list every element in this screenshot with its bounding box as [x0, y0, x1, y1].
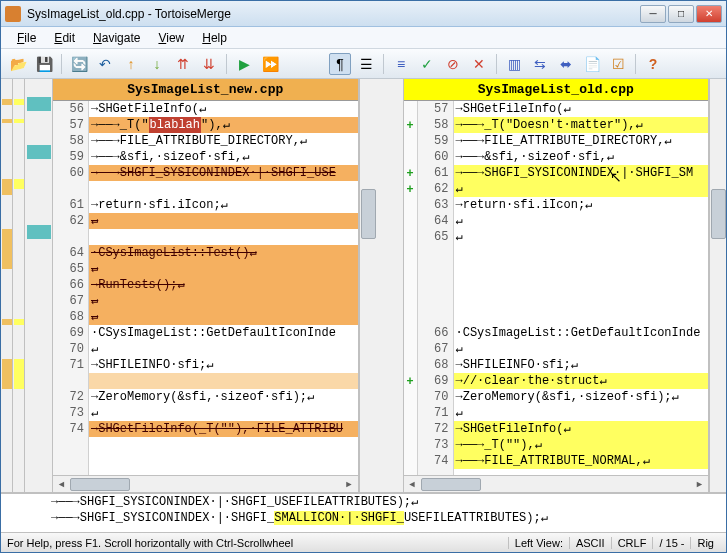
code-line[interactable]: ↵ [89, 309, 358, 325]
code-line[interactable]: →//·clear·the·struct↵ [454, 373, 709, 389]
use-theirs-button[interactable]: ✓ [416, 53, 438, 75]
code-line[interactable]: →SHGetFileInfo(↵ [454, 421, 709, 437]
code-line[interactable]: →——→&sfi,·sizeof·sfi,↵ [454, 149, 709, 165]
code-line[interactable]: →SHGetFileInfo(↵ [89, 101, 358, 117]
prev-diff-button[interactable]: ↑ [120, 53, 142, 75]
scroll-thumb[interactable] [361, 189, 376, 239]
code-line[interactable]: →——→SHGFI_SYSICONINDEX·|·SHGFI_SM [454, 165, 709, 181]
code-line[interactable]: →——→&sfi,·sizeof·sfi,↵ [89, 149, 358, 165]
menubar: File Edit Navigate View Help [1, 27, 726, 49]
code-line[interactable] [89, 373, 358, 389]
compare-ws-button[interactable]: 📄 [581, 53, 603, 75]
left-code[interactable]: →SHGetFileInfo(↵→——→_T("blablah"),↵→——→F… [89, 101, 358, 475]
code-line[interactable]: →return·sfi.iIcon;↵ [89, 197, 358, 213]
next-inline-button[interactable]: ▶ [233, 53, 255, 75]
right-hscroll[interactable]: ◄ ► [404, 475, 709, 492]
code-line[interactable]: →——→_T(""),↵ [454, 437, 709, 453]
code-line[interactable] [454, 245, 709, 261]
titlebar[interactable]: SysImageList_old.cpp - TortoiseMerge ─ □… [1, 1, 726, 27]
right-code[interactable]: →SHGetFileInfo(↵→——→_T("Doesn't·matter")… [454, 101, 709, 475]
code-line[interactable] [454, 277, 709, 293]
code-line[interactable] [89, 181, 358, 197]
right-pane-body[interactable]: ++++ 57585960616263646566676869707172737… [404, 101, 709, 475]
code-line[interactable]: →SHFILEINFO·sfi;↵ [89, 357, 358, 373]
code-line[interactable]: →——→FILE_ATTRIBUTE_NORMAL,↵ [454, 453, 709, 469]
code-line[interactable]: ↵ [454, 405, 709, 421]
code-line[interactable]: →SHGetFileInfo(_T(""),·FILE_ATTRIBU [89, 421, 358, 437]
code-line[interactable]: ·CSysImageList::GetDefaultIconInde [454, 325, 709, 341]
menu-file[interactable]: File [9, 29, 44, 47]
bottom-pane[interactable]: →——→SHGFI_SYSICONINDEX·|·SHGFI_USEFILEAT… [1, 492, 726, 532]
collapse-button[interactable]: ⬌ [555, 53, 577, 75]
undo-button[interactable]: ↶ [94, 53, 116, 75]
code-line[interactable]: →——→FILE_ATTRIBUTE_DIRECTORY,↵ [454, 133, 709, 149]
lines-button[interactable]: ≡ [390, 53, 412, 75]
left-hscroll[interactable]: ◄ ► [53, 475, 358, 492]
maximize-button[interactable]: □ [668, 5, 694, 23]
code-line[interactable]: ↵ [89, 261, 358, 277]
next-conflict-button[interactable]: ⇊ [198, 53, 220, 75]
menu-edit[interactable]: Edit [46, 29, 83, 47]
menu-help[interactable]: Help [194, 29, 235, 47]
close-button[interactable]: ✕ [696, 5, 722, 23]
code-line[interactable]: ↵ [89, 405, 358, 421]
scroll-right-icon[interactable]: ► [691, 477, 708, 492]
scroll-right-icon[interactable]: ► [341, 477, 358, 492]
menu-navigate[interactable]: Navigate [85, 29, 148, 47]
code-line[interactable]: ↵ [454, 341, 709, 357]
open-button[interactable]: 📂 [7, 53, 29, 75]
left-pane-body[interactable]: 565758596061626465666768697071727374 →SH… [53, 101, 358, 475]
code-line[interactable]: ↵ [89, 213, 358, 229]
switch-button[interactable]: ⇆ [529, 53, 551, 75]
line-number: 57 [418, 101, 449, 117]
code-line[interactable]: ↵ [454, 229, 709, 245]
code-line[interactable]: →return·sfi.iIcon;↵ [454, 197, 709, 213]
scroll-thumb[interactable] [711, 189, 726, 239]
prev-conflict-button[interactable]: ⇈ [172, 53, 194, 75]
code-line[interactable]: →RunTests();↵ [89, 277, 358, 293]
code-line[interactable]: ↵ [89, 341, 358, 357]
code-line[interactable]: →——→_T("Doesn't·matter"),↵ [454, 117, 709, 133]
code-line[interactable]: →ZeroMemory(&sfi,·sizeof·sfi);↵ [89, 389, 358, 405]
code-line[interactable]: →——→FILE_ATTRIBUTE_DIRECTORY,↵ [89, 133, 358, 149]
code-line[interactable]: →SHGetFileInfo(↵ [454, 101, 709, 117]
add-mark-icon: + [404, 165, 417, 181]
right-vscroll[interactable] [709, 79, 726, 492]
next-diff-button[interactable]: ↓ [146, 53, 168, 75]
locator-bar-far-left[interactable] [1, 79, 13, 492]
code-line[interactable]: ↵ [454, 181, 709, 197]
locator-bar-left[interactable] [13, 79, 25, 492]
minimize-button[interactable]: ─ [640, 5, 666, 23]
code-line[interactable] [454, 309, 709, 325]
left-vscroll[interactable] [359, 79, 376, 492]
twopane-button[interactable]: ▥ [503, 53, 525, 75]
menu-view[interactable]: View [150, 29, 192, 47]
code-line[interactable] [89, 229, 358, 245]
indicator-cell [404, 357, 417, 373]
code-line[interactable]: ↵ [454, 213, 709, 229]
whitespace-button[interactable]: ¶ [329, 53, 351, 75]
scroll-thumb[interactable] [421, 478, 481, 491]
next-inline2-button[interactable]: ⏩ [259, 53, 281, 75]
scroll-left-icon[interactable]: ◄ [404, 477, 421, 492]
reject2-button[interactable]: ✕ [468, 53, 490, 75]
save-button[interactable]: 💾 [33, 53, 55, 75]
code-line[interactable]: ·CSysImageList::GetDefaultIconInde [89, 325, 358, 341]
code-line[interactable]: ·CSysImageList::Test()↵ [89, 245, 358, 261]
scroll-thumb[interactable] [70, 478, 130, 491]
reload-button[interactable]: 🔄 [68, 53, 90, 75]
indicator-cell [404, 213, 417, 229]
code-line[interactable] [454, 293, 709, 309]
line-number: 72 [53, 389, 84, 405]
code-line[interactable]: →SHFILEINFO·sfi;↵ [454, 357, 709, 373]
code-line[interactable]: →ZeroMemory(&sfi,·sizeof·sfi);↵ [454, 389, 709, 405]
mark-resolved-button[interactable]: ☑ [607, 53, 629, 75]
reject-button[interactable]: ⊘ [442, 53, 464, 75]
inline-button[interactable]: ☰ [355, 53, 377, 75]
scroll-left-icon[interactable]: ◄ [53, 477, 70, 492]
code-line[interactable]: →——→_T("blablah"),↵ [89, 117, 358, 133]
code-line[interactable]: ↵ [89, 293, 358, 309]
code-line[interactable] [454, 261, 709, 277]
code-line[interactable]: →——→SHGFI_SYSICONINDEX·|·SHGFI_USE [89, 165, 358, 181]
help-button[interactable]: ? [642, 53, 664, 75]
